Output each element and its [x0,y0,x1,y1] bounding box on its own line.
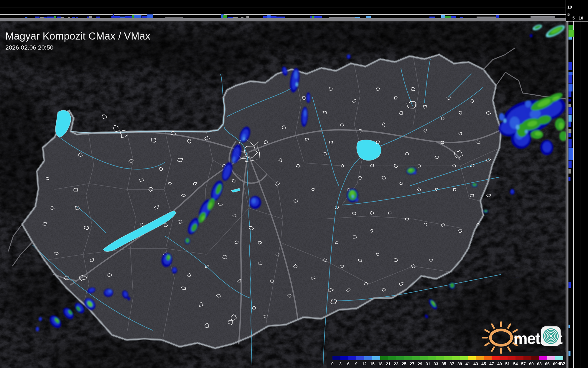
radar-echo-blob [294,71,298,79]
top-strip-echo-bar [96,17,100,18]
radar-echo-blob [304,110,306,117]
top-strip-echo-bar [246,16,249,18]
right-strip-echo-bar [569,282,571,288]
top-axis-5km-label: 5 [567,12,570,17]
top-strip-baseline-shadow [0,21,566,22]
radar-echo-blob [484,210,487,212]
top-strip-terrain-bump [477,17,496,18]
legend-tick-labels: 0369121518212325272931333537394143454749… [331,362,558,366]
legend-tick-label: 37 [449,362,454,366]
legend-color-cell [396,356,404,360]
right-strip-echo-bar [569,139,572,148]
right-strip-echo-bar [569,84,573,91]
right-strip-echo-bar [569,75,572,84]
right-strip-echo-bar [569,62,572,70]
top-strip-echo-bar [47,17,54,18]
top-strip-echo-bar [314,16,322,18]
radar-echo-blob [530,34,533,37]
legend-color-cell [444,356,452,360]
radar-composite-scene: 10 5 5 10 Magyar Kompozit CMax / VMax 20… [0,0,588,368]
radar-echo-blob [39,317,42,321]
legend-tick-label: 69 [553,362,558,366]
top-strip-echo-bar [267,15,271,18]
legend-color-cells [332,356,563,360]
top-strip-echo-bar [87,17,90,18]
top-strip-echo-bar [223,15,227,18]
corner-background [566,0,588,21]
legend-color-cell [436,356,444,360]
right-strip-echo-bar [569,177,571,181]
legend-color-cell [428,356,436,360]
right-strip-echo-bar [569,104,571,107]
metnet-app-icon [541,326,561,346]
radar-echo-blob [168,256,170,259]
radar-echo-blob [252,198,256,204]
legend-tick-label: 18 [378,362,383,366]
radar-echo-blob [516,125,519,130]
legend-tick-label: 9 [355,362,358,366]
top-axis-10km-label: 10 [567,5,572,9]
top-strip-echo-bar [44,17,47,18]
top-strip-echo-bar [233,17,238,18]
right-strip-echo-bar [569,107,572,115]
legend-color-cell [515,356,523,360]
right-strip-echo-bar [569,325,570,328]
legend-tick-label: 43 [473,362,478,366]
legend-tick-label: 66 [545,362,550,366]
legend-tick-label: 12 [362,362,367,366]
radar-echo-blob [296,82,298,86]
top-strip-echo-bar [451,16,456,18]
top-strip-echo-bar [276,17,285,18]
legend-tick-label: 25 [402,362,406,366]
legend-color-cell [460,356,468,360]
right-strip-baseline [566,21,569,368]
legend-color-cell [404,356,412,360]
right-axis-5km-label: 5 [572,16,575,20]
legend-color-cell [476,356,484,360]
top-strip-terrain-bump [531,16,555,18]
right-strip-echo-bar [569,91,571,97]
legend-color-cell [372,356,380,360]
legend-tick-label: 23 [394,362,398,366]
legend-tick-label: 54 [513,362,518,366]
legend-tick-label: 6 [347,362,350,366]
top-strip-echo-bar [120,17,125,18]
legend-tick-label: 51 [505,362,510,366]
legend-color-cell [523,356,531,360]
top-strip-terrain-bump [329,17,355,18]
radar-echo-blob [511,189,514,194]
legend-color-cell [484,356,492,360]
right-strip-echo-bar [569,351,571,356]
top-strip-echo-bar [429,17,435,18]
top-strip-echo-bar [355,17,360,18]
legend-tick-label: 41 [465,362,470,366]
top-strip-echo-bar [312,16,314,18]
legend-tick-label: 47 [489,362,494,366]
right-axis-10km-label: 10 [579,16,583,20]
right-strip-echo-bar [569,99,571,102]
legend-tick-label: 63 [537,362,542,366]
top-strip-echo-bar [445,16,451,18]
legend-tick-label: 49 [497,362,502,366]
legend-color-cell [348,356,356,360]
legend-tick-label: 3 [339,362,342,366]
timestamp: 2026.02.06 20:50 [5,44,54,51]
radar-echo-blob [450,283,454,288]
legend-color-cell [508,356,515,360]
top-strip-echo-bar [25,17,27,18]
top-strip-echo-bar [89,16,92,18]
radar-echo-blob [355,198,358,202]
right-strip-echo-bar [569,129,571,133]
dbz-color-legend: 0369121518212325272931333537394143454749… [327,352,566,368]
radar-echo-blob [503,119,506,123]
legend-color-cell [356,356,364,360]
legend-tick-label: 35 [442,362,446,366]
radar-echo-blob [127,297,130,300]
legend-color-cell [539,356,547,360]
legend-color-cell [468,356,476,360]
legend-color-cell [340,356,348,360]
radar-echo-blob [36,327,39,331]
right-strip-echo-bar [569,169,571,174]
radar-echo-blob [525,100,531,107]
legend-color-cell [555,356,563,360]
